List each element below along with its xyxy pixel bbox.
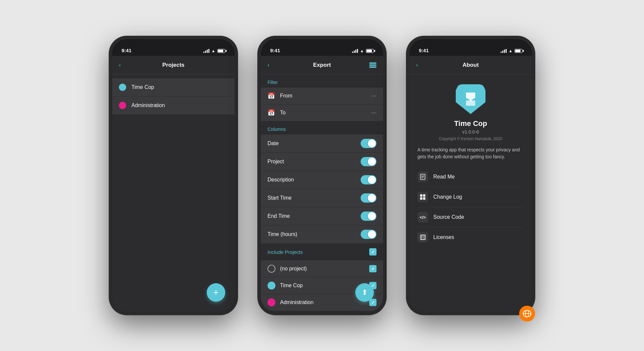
toggle-date[interactable] xyxy=(361,139,376,148)
timecop-label: Time Cop xyxy=(131,84,154,90)
readme-link[interactable]: Read Me xyxy=(417,167,524,187)
wifi-icon-1: ▲ xyxy=(211,49,215,53)
svg-rect-5 xyxy=(420,194,422,197)
no-project-row[interactable]: (no project) ✓ xyxy=(261,260,383,277)
back-button-2[interactable]: ‹ xyxy=(268,62,281,68)
battery-icon-2 xyxy=(366,49,374,53)
readme-label: Read Me xyxy=(433,174,455,180)
signal-bar-1 xyxy=(203,52,204,53)
licenses-icon xyxy=(417,232,428,243)
bottom-logo xyxy=(519,306,535,322)
screen-1: ‹ Projects Time Cop Administration + xyxy=(112,56,234,312)
administration-dot xyxy=(119,102,126,109)
db-action-button[interactable] xyxy=(363,62,376,68)
nav-bar-1: ‹ Projects xyxy=(112,56,234,74)
export-fab[interactable]: ⬆ xyxy=(355,283,374,302)
to-row[interactable]: 📅 To — xyxy=(261,104,383,121)
about-title: About xyxy=(429,62,512,68)
checkmark-icon-admin: ✓ xyxy=(371,300,375,305)
toggle-description[interactable] xyxy=(361,175,376,184)
column-starttime-row[interactable]: Start Time xyxy=(261,189,383,207)
column-project-label: Project xyxy=(268,159,361,165)
svg-rect-9 xyxy=(420,235,424,240)
column-endtime-row[interactable]: End Time xyxy=(261,207,383,225)
back-button-3[interactable]: ‹ xyxy=(416,62,429,68)
app-shield-icon xyxy=(456,84,485,114)
from-label: From xyxy=(280,93,371,99)
battery-fill-3 xyxy=(515,50,520,52)
admin-checkbox[interactable]: ✓ xyxy=(369,299,376,306)
add-icon: + xyxy=(213,288,219,297)
export-content: Filter 📅 From — 📅 To — Columns Date xyxy=(261,74,383,312)
include-projects-header[interactable]: Include Projects ✓ xyxy=(261,244,383,260)
include-projects-checkbox[interactable]: ✓ xyxy=(369,248,376,255)
projects-title: Projects xyxy=(132,62,215,68)
export-icon: ⬆ xyxy=(362,288,368,297)
timecop-export-label: Time Cop xyxy=(280,283,369,289)
column-project-row[interactable]: Project xyxy=(261,153,383,171)
no-project-label: (no project) xyxy=(280,266,369,272)
svg-rect-8 xyxy=(423,197,425,200)
no-project-checkbox[interactable]: ✓ xyxy=(369,265,376,272)
wifi-icon-2: ▲ xyxy=(360,49,364,53)
filter-section-label: Filter xyxy=(261,74,383,88)
timecop-dot xyxy=(119,84,126,91)
app-copyright-label: Copyright © Kenton Hamaluik, 2020 xyxy=(439,136,502,141)
toggle-endtime[interactable] xyxy=(361,212,376,221)
licenses-link[interactable]: Licenses xyxy=(417,227,524,247)
toggle-timehours[interactable] xyxy=(361,230,376,239)
column-timehours-row[interactable]: Time (hours) xyxy=(261,225,383,244)
battery-icon-3 xyxy=(515,49,522,53)
from-row[interactable]: 📅 From — xyxy=(261,88,383,104)
calendar-to-icon: 📅 xyxy=(268,109,275,116)
chevron-left-icon-2: ‹ xyxy=(268,62,269,68)
licenses-svg xyxy=(420,234,426,240)
screen-3: ‹ About Time Cop v1.0.0-6 Co xyxy=(410,56,532,312)
timecop-export-dot xyxy=(268,282,275,290)
readme-svg xyxy=(420,174,426,180)
notch-3 xyxy=(444,39,497,51)
status-icons-3: ▲ xyxy=(501,49,522,53)
signal-bar-4 xyxy=(208,49,209,53)
status-icons-1: ▲ xyxy=(203,49,225,53)
column-description-row[interactable]: Description xyxy=(261,171,383,189)
app-version-label: v1.0.0-6 xyxy=(462,129,479,135)
projects-content: Time Cop Administration xyxy=(112,74,234,312)
app-description-text: A time tracking app that respects your p… xyxy=(417,146,524,160)
include-projects-label: Include Projects xyxy=(268,249,369,255)
toggle-project[interactable] xyxy=(361,157,376,166)
chevron-left-icon-1: ‹ xyxy=(119,62,121,68)
list-item-administration[interactable]: Administration xyxy=(112,97,234,115)
sourcecode-icon: </> xyxy=(417,212,428,222)
hourglass-svg xyxy=(464,91,477,107)
list-item-timecop[interactable]: Time Cop xyxy=(112,78,234,97)
toggle-starttime[interactable] xyxy=(361,193,376,203)
about-inner: Time Cop v1.0.0-6 Copyright © Kenton Ham… xyxy=(410,74,532,254)
add-project-fab[interactable]: + xyxy=(207,283,225,302)
chevron-left-icon-3: ‹ xyxy=(416,62,418,68)
administration-label: Administration xyxy=(131,102,165,108)
signal-bars-1 xyxy=(203,49,209,53)
signal-bar-2-1 xyxy=(352,52,353,53)
signal-bar-2-2 xyxy=(354,51,355,53)
readme-icon xyxy=(417,172,428,182)
changelog-link[interactable]: Change Log xyxy=(417,187,524,207)
back-button-1[interactable]: ‹ xyxy=(119,62,132,68)
column-timehours-label: Time (hours) xyxy=(268,231,361,237)
notch-1 xyxy=(147,39,200,51)
battery-fill-1 xyxy=(218,50,223,52)
licenses-label: Licenses xyxy=(433,234,454,240)
signal-bar-3-4 xyxy=(506,49,507,53)
phones-container: 9:41 ▲ ‹ Projects xyxy=(96,23,548,328)
status-time-2: 9:41 xyxy=(270,48,280,53)
changelog-svg xyxy=(420,194,426,200)
sourcecode-link[interactable]: </> Source Code xyxy=(417,207,524,227)
app-name-label: Time Cop xyxy=(454,119,487,128)
no-project-circle xyxy=(268,265,275,273)
admin-export-dot xyxy=(268,298,275,306)
battery-fill-2 xyxy=(367,50,372,52)
to-label: To xyxy=(280,110,371,116)
to-value: — xyxy=(371,110,376,116)
column-date-row[interactable]: Date xyxy=(261,135,383,153)
column-starttime-label: Start Time xyxy=(268,195,361,201)
